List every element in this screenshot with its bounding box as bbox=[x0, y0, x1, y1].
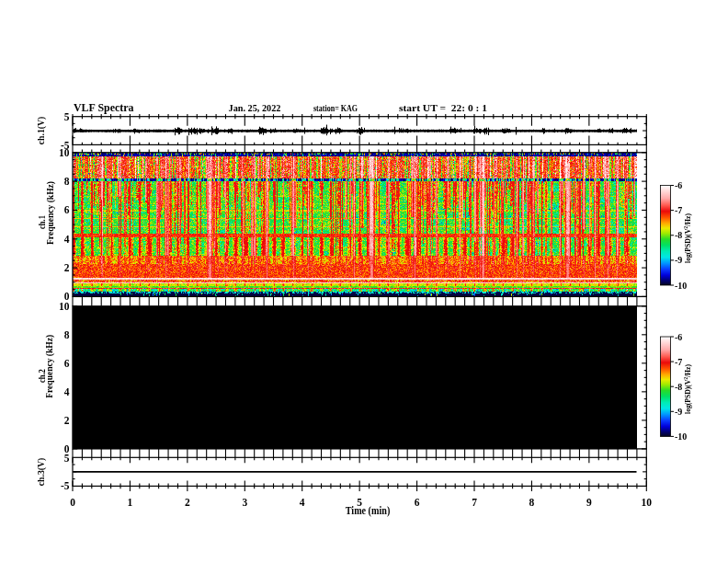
svg-text:1: 1 bbox=[128, 497, 133, 508]
svg-text:Frequency (kHz): Frequency (kHz) bbox=[45, 181, 56, 245]
svg-text:station= KAG: station= KAG bbox=[313, 102, 358, 113]
svg-text:-5: -5 bbox=[61, 480, 70, 491]
svg-text:8: 8 bbox=[64, 329, 70, 340]
svg-text:0: 0 bbox=[70, 497, 75, 508]
svg-text:6: 6 bbox=[415, 497, 420, 508]
svg-text:5: 5 bbox=[64, 453, 70, 464]
svg-text:8: 8 bbox=[64, 176, 70, 187]
svg-text:-8: -8 bbox=[675, 230, 682, 240]
svg-text:10: 10 bbox=[59, 301, 70, 312]
svg-text:7: 7 bbox=[472, 497, 477, 508]
svg-text:ch.1(V): ch.1(V) bbox=[36, 116, 47, 144]
svg-text:6: 6 bbox=[64, 204, 70, 215]
svg-text:9: 9 bbox=[586, 497, 592, 508]
svg-text:Time (min): Time (min) bbox=[346, 505, 391, 517]
svg-text:log(PSD)(V2/Hz): log(PSD)(V2/Hz) bbox=[683, 364, 692, 414]
svg-text:2: 2 bbox=[185, 497, 190, 508]
svg-text:4: 4 bbox=[64, 234, 70, 245]
svg-text:-8: -8 bbox=[675, 382, 682, 392]
svg-text:start UT = 22: 0 : 1: start UT = 22: 0 : 1 bbox=[399, 102, 487, 113]
svg-text:4: 4 bbox=[300, 497, 305, 508]
svg-text:Jan. 25, 2022: Jan. 25, 2022 bbox=[229, 102, 281, 113]
svg-text:-6: -6 bbox=[675, 332, 682, 342]
svg-text:2: 2 bbox=[64, 262, 70, 273]
svg-text:10: 10 bbox=[59, 147, 70, 158]
svg-text:5: 5 bbox=[64, 111, 70, 122]
svg-text:-6: -6 bbox=[675, 180, 682, 190]
svg-text:-7: -7 bbox=[675, 205, 682, 215]
svg-text:-10: -10 bbox=[675, 431, 687, 442]
svg-text:2: 2 bbox=[64, 415, 70, 426]
svg-text:8: 8 bbox=[529, 497, 535, 508]
svg-text:6: 6 bbox=[64, 358, 70, 369]
svg-text:10: 10 bbox=[642, 497, 653, 508]
svg-text:-10: -10 bbox=[675, 281, 687, 291]
svg-text:Frequency (kHz): Frequency (kHz) bbox=[45, 335, 56, 398]
svg-text:ch.3(V): ch.3(V) bbox=[36, 457, 47, 486]
svg-text:-7: -7 bbox=[675, 357, 682, 367]
svg-text:-9: -9 bbox=[675, 407, 682, 417]
svg-text:3: 3 bbox=[242, 497, 247, 508]
svg-text:-9: -9 bbox=[675, 255, 682, 265]
svg-text:log(PSD)(V2/Hz): log(PSD)(V2/Hz) bbox=[683, 213, 692, 263]
svg-text:VLF Spectra: VLF Spectra bbox=[74, 100, 134, 114]
svg-text:4: 4 bbox=[64, 386, 70, 397]
